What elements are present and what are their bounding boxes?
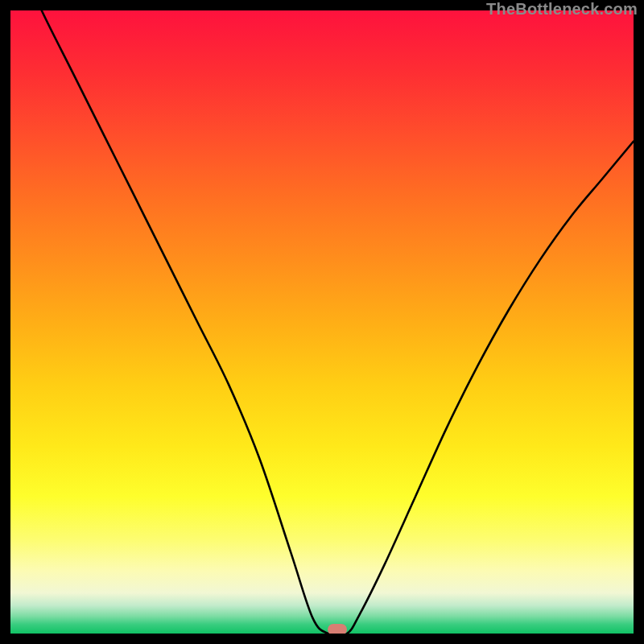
plot-area <box>10 10 634 634</box>
chart-stage: TheBottleneck.com <box>0 0 644 644</box>
bottleneck-curve <box>10 10 634 634</box>
watermark-text: TheBottleneck.com <box>486 0 638 19</box>
optimal-point-marker <box>328 624 347 634</box>
